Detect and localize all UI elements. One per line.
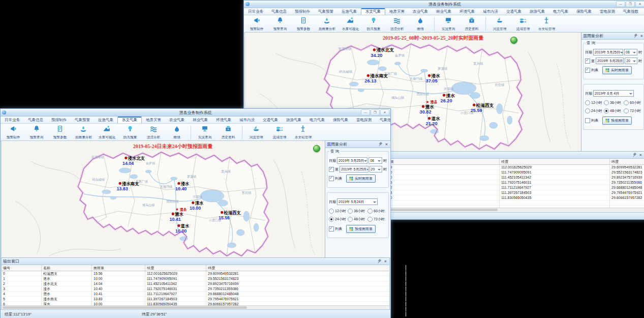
table-row[interactable]: 0松滋西支15.56112.00162562502929.60995495322… [2, 271, 389, 276]
hour-from-select[interactable]: 08 [624, 49, 637, 55]
tab-水文气象[interactable]: 水文气象 [117, 117, 142, 123]
toolbar-button-雨情[interactable]: 雨情 [409, 15, 432, 33]
list-checkbox[interactable] [329, 226, 334, 232]
tab-农业气象[interactable]: 农业气象 [165, 117, 189, 123]
tab-应急气象[interactable]: 应急气象 [94, 117, 117, 123]
toolbar-button-预警制作[interactable]: 预警制作 [245, 15, 268, 33]
tab-交通气象[interactable]: 交通气象 [259, 117, 282, 123]
tab-地质灾害[interactable]: 地质灾害 [385, 8, 409, 15]
toolbar-button-河流管理[interactable]: 河流管理 [244, 124, 268, 141]
toolbar-button-实况查询[interactable]: 实况查询 [437, 15, 460, 33]
toolbar-button-预警参数[interactable]: 预警参数 [48, 124, 72, 141]
tab-气象信息[interactable]: 气象信息 [24, 117, 47, 123]
toolbar-button-雨情[interactable]: 雨情 [165, 124, 189, 141]
scrollbar-thumb[interactable] [3, 306, 247, 309]
radio-24小时[interactable]: 24小时 [585, 108, 604, 113]
tab-电力气象[interactable]: 电力气象 [549, 8, 572, 15]
tab-气象预警[interactable]: 气象预警 [71, 117, 94, 123]
tab-林业气象[interactable]: 林业气象 [189, 117, 212, 123]
realtime-rainfall-button[interactable]: 实时面雨量 [602, 66, 632, 74]
toolbar-button-防汛预案[interactable]: 防汛预案 [118, 124, 142, 141]
tab-保险气象[interactable]: 保险气象 [329, 117, 352, 123]
forecast-rainfall-button[interactable]: 预报面雨量 [346, 225, 376, 233]
tab-日常业务[interactable]: 日常业务 [1, 117, 24, 123]
tab-城市内涝[interactable]: 城市内涝 [235, 117, 259, 123]
toolbar-button-历史资料[interactable]: 历史资料 [217, 124, 240, 141]
to-checkbox[interactable] [585, 59, 590, 64]
tab-水文气象[interactable]: 水文气象 [361, 8, 385, 15]
tab-城市内涝[interactable]: 城市内涝 [479, 8, 502, 15]
toolbar-button-预警参数[interactable]: 预警参数 [292, 15, 315, 33]
radio-48小时[interactable]: 48小时 [604, 108, 624, 113]
tab-气象指数[interactable]: 气象指数 [376, 117, 390, 123]
minimize-button[interactable]: — [616, 1, 625, 7]
hour-to-select[interactable]: 20 [625, 57, 637, 64]
toolbar-button-预警制作[interactable]: 预警制作 [2, 124, 25, 141]
list-checkbox[interactable] [585, 118, 590, 123]
tab-预报制作[interactable]: 预报制作 [291, 8, 314, 15]
tab-环境气象[interactable]: 环境气象 [212, 117, 235, 123]
toolbar-button-水文站管理[interactable]: 水文站管理 [291, 124, 315, 141]
table-row[interactable]: 2溇水北支14.04111.45210541134229.89234757169… [2, 281, 389, 286]
table-row[interactable]: 3溇水10.40111.79207514603129.7350211355086 [2, 286, 389, 292]
toolbar-button-渍涝分析[interactable]: 渍涝分析 [142, 124, 165, 141]
toolbar-button-历史资料[interactable]: 历史资料 [460, 15, 483, 33]
pin-icon[interactable] [633, 34, 638, 39]
forecast-date-select[interactable]: 2019年 6月 4日 [593, 90, 634, 97]
radio-12小时[interactable]: 12小时 [329, 209, 348, 214]
radio-72小时[interactable]: 72小时 [367, 217, 388, 222]
pin-icon[interactable] [378, 142, 383, 147]
tab-气象预警[interactable]: 气象预警 [314, 8, 338, 15]
close-icon[interactable]: ✕ [384, 142, 389, 147]
radio-60小时[interactable]: 60小时 [367, 209, 388, 214]
radio-24小时[interactable]: 24小时 [329, 217, 348, 222]
realtime-rainfall-button[interactable]: 实时面雨量 [346, 175, 376, 183]
tab-雷电探测[interactable]: 雷电探测 [596, 8, 619, 15]
tab-气象信息[interactable]: 气象信息 [267, 8, 291, 15]
close-icon[interactable]: ✕ [639, 34, 644, 38]
minimize-button[interactable]: — [361, 109, 370, 115]
map-locate-button[interactable] [313, 145, 320, 152]
list-checkbox[interactable] [585, 68, 590, 73]
toolbar-button-水文站管理[interactable]: 水文站管理 [535, 15, 558, 33]
tab-农业气象[interactable]: 农业气象 [409, 8, 432, 15]
table-row[interactable]: 5溇水南支13.83111.39726718450329.79544769759… [2, 297, 389, 302]
toolbar-button-流域管理[interactable]: 流域管理 [511, 15, 535, 33]
maximize-button[interactable]: ❐ [371, 109, 380, 115]
toolbar-button-水库可视化[interactable]: 水库可视化 [95, 124, 118, 141]
radio-48小时[interactable]: 48小时 [348, 217, 367, 222]
close-button[interactable]: ✕ [635, 1, 644, 7]
radio-12小时[interactable]: 12小时 [585, 100, 604, 105]
toolbar-button-预警查询[interactable]: 预警查询 [25, 124, 48, 141]
forecast-date-select[interactable]: 2019年 5月24日 [337, 198, 378, 205]
tab-环境气象[interactable]: 环境气象 [455, 8, 479, 15]
tab-交通气象[interactable]: 交通气象 [502, 8, 526, 15]
hour-to-select[interactable]: 20 [370, 166, 382, 172]
tab-保险气象[interactable]: 保险气象 [572, 8, 596, 15]
tab-气象指数[interactable]: 气象指数 [619, 8, 642, 15]
table-row[interactable]: 1道水10.00111.74790909509129.5521563174823 [2, 276, 389, 281]
table-row[interactable]: 4澧水10.41111.71121964792729.6688012485048 [2, 292, 389, 297]
tab-地质灾害[interactable]: 地质灾害 [142, 117, 165, 123]
pin-icon[interactable] [632, 153, 637, 158]
tab-预报制作[interactable]: 预报制作 [47, 117, 71, 123]
toolbar-button-水库可视化[interactable]: 水库可视化 [339, 15, 362, 33]
radio-72小时[interactable]: 72小时 [624, 108, 644, 113]
toolbar-button-预警查询[interactable]: 预警查询 [268, 15, 292, 33]
to-checkbox[interactable] [329, 167, 334, 172]
radio-36小时[interactable]: 36小时 [604, 100, 624, 105]
forecast-rainfall-button[interactable]: 预报面雨量 [602, 117, 632, 125]
date-from-select[interactable]: 2019年 5月25日 [337, 157, 367, 164]
date-to-select[interactable]: 2019年 5月25日 [596, 57, 624, 64]
close-button[interactable]: ✕ [380, 109, 389, 115]
toolbar-button-防汛预案[interactable]: 防汛预案 [362, 15, 385, 33]
toolbar-button-面雨量分析[interactable]: 面雨量分析 [72, 124, 95, 141]
hour-from-select[interactable]: 08 [369, 157, 382, 164]
toolbar-button-实况查询[interactable]: 实况查询 [193, 124, 217, 141]
maximize-button[interactable]: ❐ [626, 1, 635, 7]
tab-旅游气象[interactable]: 旅游气象 [282, 117, 305, 123]
tab-电力气象[interactable]: 电力气象 [305, 117, 329, 123]
tab-应急气象[interactable]: 应急气象 [338, 8, 361, 15]
map-locate-button[interactable] [510, 37, 517, 44]
tab-日常业务[interactable]: 日常业务 [244, 8, 267, 15]
